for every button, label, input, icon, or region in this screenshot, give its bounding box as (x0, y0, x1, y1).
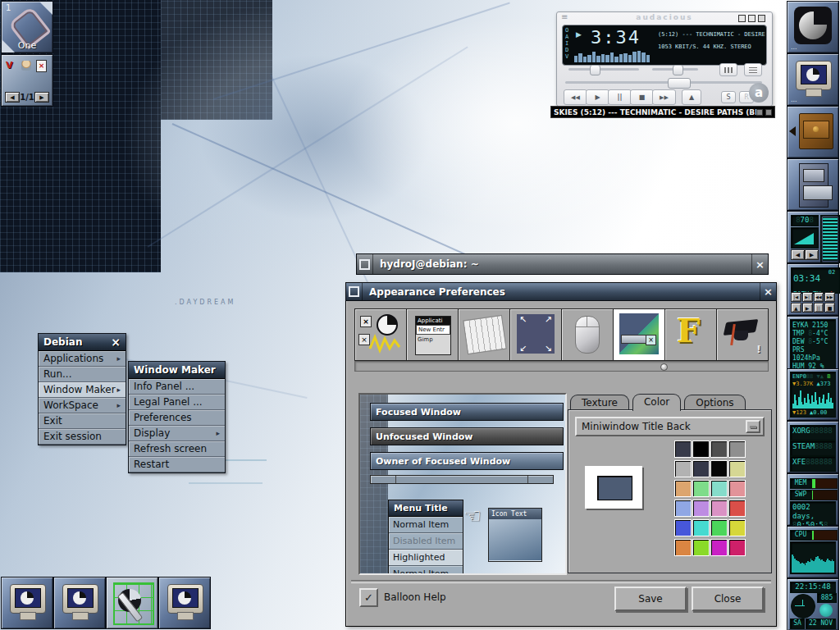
debian-menu-titlebar[interactable]: Debian × (39, 334, 126, 351)
play-button[interactable]: ▶ (586, 89, 609, 105)
color-swatch[interactable] (710, 441, 728, 458)
pause-button[interactable]: || (608, 89, 632, 105)
prefs-miniaturize-button[interactable] (346, 283, 363, 300)
dockapp-pager[interactable]: V × ◀ 1/1 ▶ (1, 54, 53, 107)
icon-row-scroll-knob[interactable] (660, 363, 668, 371)
terminal-miniaturize-button[interactable] (357, 254, 373, 274)
next-button[interactable]: ▶▶ (652, 89, 676, 105)
audio-player-window[interactable]: ≡ audacious OAIDV ▶ 3:34 (5:12) --- TECH… (556, 11, 773, 107)
skip-back-button[interactable]: |◀ (791, 292, 801, 302)
color-target-dropdown[interactable]: Miniwindow Title Back (575, 417, 765, 436)
prefs-icon-applications-menu[interactable]: Applicati New Entr Gimp (407, 309, 459, 360)
dockapp-memory[interactable]: MEM SWP 0002 days, 80:50:58 (787, 473, 839, 526)
icon-row-scrollbar[interactable] (354, 361, 769, 372)
color-swatch[interactable] (710, 480, 728, 497)
preview-owner-titlebar[interactable]: Owner of Focused Window (370, 452, 564, 470)
prefs-titlebar[interactable]: Appearance Preferences × (345, 282, 777, 301)
color-swatch[interactable] (674, 460, 692, 477)
seek-slider[interactable] (565, 81, 762, 84)
volume-slider[interactable] (568, 68, 639, 71)
balloon-help-checkbox[interactable]: ✓ (359, 588, 378, 607)
preview-menu-item-normal2[interactable]: Normal Item (389, 566, 463, 575)
prefs-icon-expert[interactable]: ! (717, 309, 768, 360)
menu-item-workspace[interactable]: WorkSpace▸ (39, 398, 126, 413)
skip-fwd-button[interactable]: ▶| (802, 292, 813, 302)
dock-icon-gnustep[interactable]: ... (787, 1, 839, 53)
eject-button[interactable]: ▲ (791, 303, 801, 313)
pause-button[interactable]: || (814, 303, 824, 313)
dockapp-net-traffic[interactable]: ENP088 ▼▲ B ▼3.37K ▲373 ▼123 ▲0.00 (787, 368, 839, 421)
color-swatch[interactable] (728, 519, 746, 536)
color-swatch[interactable] (728, 539, 746, 556)
playlist-shade-button[interactable] (756, 109, 763, 116)
menu-item-info-panel[interactable]: Info Panel ... (129, 379, 225, 395)
prefs-icon-keyboard[interactable] (459, 309, 510, 360)
color-swatch[interactable] (728, 460, 746, 477)
balance-slider[interactable] (652, 68, 698, 71)
playlist-bar[interactable]: SKIES (5:12) --- TECHNIMATIC - DESIRE PA… (550, 106, 775, 118)
dockapp-cpu[interactable]: CPU (787, 526, 839, 578)
color-swatch[interactable] (692, 441, 710, 458)
menu-item-legal-panel[interactable]: Legal Panel ... (129, 395, 225, 410)
color-swatch[interactable] (692, 539, 710, 556)
play-button[interactable]: ▶ (802, 303, 813, 313)
prefs-icon-mouse[interactable] (562, 309, 614, 360)
preview-menu-title[interactable]: Menu Title (389, 500, 463, 517)
player-titlebar[interactable]: ≡ audacious (557, 12, 772, 23)
dock-icon-xterm-1[interactable] (1, 577, 53, 629)
preview-icon[interactable]: Icon Text (488, 508, 542, 562)
rewind-button[interactable]: ◀◀ (814, 292, 824, 302)
balance-knob[interactable] (673, 65, 683, 75)
dock-icon-xterm-2[interactable] (53, 577, 106, 629)
shuffle-button[interactable]: S (721, 91, 736, 103)
dock-icon-file-cabinet[interactable] (787, 158, 839, 211)
color-swatch[interactable] (674, 500, 692, 517)
terminal-close-button[interactable]: × (751, 254, 768, 274)
color-swatch[interactable] (692, 460, 710, 477)
menu-item-preferences[interactable]: Preferences (129, 410, 225, 426)
dockapp-clock[interactable]: 22:15:48 885 SA 22 NOV (787, 578, 839, 630)
menu-item-display[interactable]: Display▸ (129, 426, 225, 441)
tab-options[interactable]: Options (684, 395, 745, 411)
dock-icon-terminal[interactable]: ... (787, 53, 839, 106)
prev-button[interactable]: ◀◀ (564, 89, 587, 105)
equalizer-button[interactable] (719, 63, 737, 76)
menu-item-applications[interactable]: Applications▸ (39, 351, 126, 367)
mixer-next-channel-button[interactable]: ▶ (805, 249, 819, 260)
preview-menu-item-normal[interactable]: Normal Item (389, 517, 463, 533)
dock-icon-drawer[interactable] (787, 106, 839, 158)
mixer-prev-channel-button[interactable]: ◀ (791, 249, 805, 260)
debian-menu-close-icon[interactable]: × (111, 336, 121, 349)
prefs-icon-appearance[interactable]: × (614, 309, 665, 360)
color-swatch[interactable] (710, 460, 728, 477)
player-shade-button[interactable] (748, 15, 756, 22)
color-swatch[interactable] (710, 519, 728, 536)
workspace-clip[interactable]: 1 One (1, 1, 53, 53)
pager-next-button[interactable]: ▶ (34, 92, 49, 103)
playlist-button[interactable] (744, 63, 762, 76)
wm-submenu-titlebar[interactable]: Window Maker (129, 362, 225, 379)
dock-icon-xterm-3[interactable] (158, 577, 211, 629)
color-swatch[interactable] (674, 480, 692, 497)
dockapp-mixer[interactable]: 8708 ◀ ▶ (787, 211, 839, 263)
color-swatch[interactable] (674, 441, 692, 458)
prefs-close-button[interactable]: × (760, 283, 776, 300)
color-swatch[interactable] (710, 500, 728, 517)
prefs-icon-window-focus[interactable]: × × (355, 309, 407, 360)
preview-menu-item-highlighted[interactable]: Highlighted (389, 550, 463, 566)
dropdown-button[interactable] (746, 420, 760, 433)
dockapp-music-clock[interactable]: 03:34 02 EATH TH ♪ |◀ ▶| ◀◀ ▶▶ ▲ ▶ || ■ (787, 263, 839, 316)
player-minimize-button[interactable] (738, 15, 746, 22)
player-close-button[interactable] (758, 15, 765, 22)
playlist-close-button[interactable] (765, 109, 772, 116)
color-swatch[interactable] (674, 539, 692, 556)
save-button[interactable]: Save (614, 587, 687, 611)
prefs-icon-font[interactable]: F (665, 309, 717, 360)
menu-item-exit[interactable]: Exit (39, 413, 126, 429)
dockapp-app-monitors[interactable]: XORG88888 STEAM8888 XFE888888 (787, 421, 839, 473)
tab-color[interactable]: Color (632, 394, 681, 411)
menu-item-refresh-screen[interactable]: Refresh screen (129, 441, 225, 457)
eject-button[interactable]: ▲ (682, 89, 701, 105)
menu-item-window-maker[interactable]: Window Maker▸ (39, 382, 126, 398)
ffwd-button[interactable]: ▶▶ (824, 292, 835, 302)
